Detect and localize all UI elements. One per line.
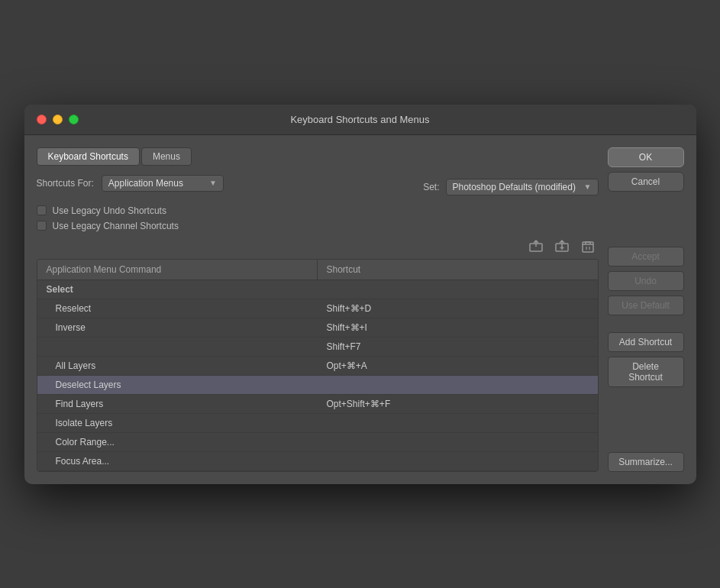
shortcuts-for-dropdown[interactable]: Application Menus ▼	[102, 175, 224, 192]
table-row[interactable]: All Layers Opt+⌘+A	[37, 357, 598, 376]
shortcut-cell: Opt+⌘+A	[318, 357, 598, 375]
set-label: Set:	[423, 182, 439, 192]
shortcut-cell	[318, 414, 598, 432]
shortcut-cell: Shift+F7	[318, 338, 598, 356]
legacy-undo-row: Use Legacy Undo Shortcuts	[37, 205, 599, 216]
table-row[interactable]: Inverse Shift+⌘+I	[37, 318, 598, 338]
shortcut-cell	[318, 433, 598, 451]
right-panel: OK Cancel Accept Undo Use Default Add Sh…	[608, 147, 684, 472]
close-button[interactable]	[37, 115, 47, 124]
command-cell	[37, 338, 318, 356]
table-row[interactable]: Color Range...	[37, 433, 598, 452]
table-row-selected[interactable]: Deselect Layers	[37, 376, 598, 395]
command-cell: Isolate Layers	[37, 414, 318, 432]
accept-button[interactable]: Accept	[608, 247, 684, 267]
col-header-command: Application Menu Command	[37, 260, 318, 279]
ok-cancel-group: OK Cancel	[608, 147, 684, 192]
shortcuts-for-label: Shortcuts For:	[37, 178, 94, 189]
command-cell: Color Range...	[37, 433, 318, 451]
shortcut-cell	[318, 376, 598, 394]
shortcut-cell: Shift+⌘+D	[318, 299, 598, 318]
command-cell: Find Layers	[37, 395, 318, 413]
table-body[interactable]: Select Reselect Shift+⌘+D Inverse Shift+…	[37, 280, 598, 471]
tab-menus[interactable]: Menus	[141, 147, 192, 166]
window-title: Keyboard Shortcuts and Menus	[290, 114, 429, 125]
tab-bar: Keyboard Shortcuts Menus	[37, 147, 599, 166]
summarize-button[interactable]: Summarize...	[608, 452, 684, 472]
use-default-button[interactable]: Use Default	[608, 296, 684, 315]
ok-button[interactable]: OK	[608, 147, 684, 167]
delete-shortcut-button[interactable]: Delete Shortcut	[608, 357, 684, 387]
window-content: Keyboard Shortcuts Menus Shortcuts For: …	[24, 135, 696, 484]
top-controls: Shortcuts For: Application Menus ▼ Set: …	[37, 175, 599, 199]
col-header-shortcut: Shortcut	[318, 260, 598, 279]
table-row[interactable]: Reselect Shift+⌘+D	[37, 299, 598, 318]
set-value: Photoshop Defaults (modified)	[453, 182, 576, 192]
command-cell: Deselect Layers	[37, 376, 318, 394]
table-row[interactable]: Focus Area...	[37, 452, 598, 471]
command-cell: Select	[37, 280, 318, 299]
table-row[interactable]: Shift+F7	[37, 338, 598, 357]
chevron-down-icon-set: ▼	[584, 183, 592, 191]
table-header: Application Menu Command Shortcut	[37, 260, 598, 280]
cancel-button[interactable]: Cancel	[608, 172, 684, 192]
minimize-button[interactable]	[53, 115, 63, 124]
title-bar: Keyboard Shortcuts and Menus	[24, 105, 696, 135]
shortcut-cell: Shift+⌘+I	[318, 318, 598, 337]
shortcut-cell	[318, 280, 598, 299]
shortcut-cell: Opt+Shift+⌘+F	[318, 395, 598, 413]
command-cell: All Layers	[37, 357, 318, 375]
shortcuts-for-value: Application Menus	[108, 178, 183, 189]
set-dropdown[interactable]: Photoshop Defaults (modified) ▼	[446, 179, 599, 195]
toolbar-icons	[37, 237, 599, 254]
table-row[interactable]: Select	[37, 280, 598, 299]
left-panel: Keyboard Shortcuts Menus Shortcuts For: …	[37, 147, 599, 472]
set-row: Set: Photoshop Defaults (modified) ▼	[423, 179, 598, 195]
keyboard-shortcuts-dialog: Keyboard Shortcuts and Menus Keyboard Sh…	[24, 105, 696, 484]
maximize-button[interactable]	[69, 115, 79, 124]
svg-rect-2	[583, 242, 593, 252]
shortcuts-table: Application Menu Command Shortcut Select…	[37, 259, 599, 472]
command-cell: Inverse	[37, 318, 318, 337]
table-row[interactable]: Find Layers Opt+Shift+⌘+F	[37, 395, 598, 414]
legacy-channel-label: Use Legacy Channel Shortcuts	[53, 221, 179, 231]
undo-button[interactable]: Undo	[608, 271, 684, 291]
shortcuts-for-row: Shortcuts For: Application Menus ▼	[37, 175, 224, 192]
traffic-lights	[37, 115, 79, 124]
save-set-icon[interactable]	[525, 237, 547, 254]
legacy-undo-checkbox[interactable]	[37, 205, 47, 215]
checkboxes-group: Use Legacy Undo Shortcuts Use Legacy Cha…	[37, 205, 599, 231]
new-set-icon[interactable]	[551, 237, 573, 254]
command-cell: Reselect	[37, 299, 318, 318]
table-row[interactable]: Isolate Layers	[37, 414, 598, 433]
delete-set-icon[interactable]	[577, 237, 599, 254]
chevron-down-icon: ▼	[209, 179, 217, 187]
shortcut-cell	[318, 452, 598, 470]
legacy-channel-checkbox[interactable]	[37, 221, 47, 231]
add-shortcut-button[interactable]: Add Shortcut	[608, 332, 684, 352]
legacy-undo-label: Use Legacy Undo Shortcuts	[53, 205, 166, 216]
legacy-channel-row: Use Legacy Channel Shortcuts	[37, 221, 599, 231]
command-cell: Focus Area...	[37, 452, 318, 470]
tab-keyboard-shortcuts[interactable]: Keyboard Shortcuts	[37, 147, 140, 166]
